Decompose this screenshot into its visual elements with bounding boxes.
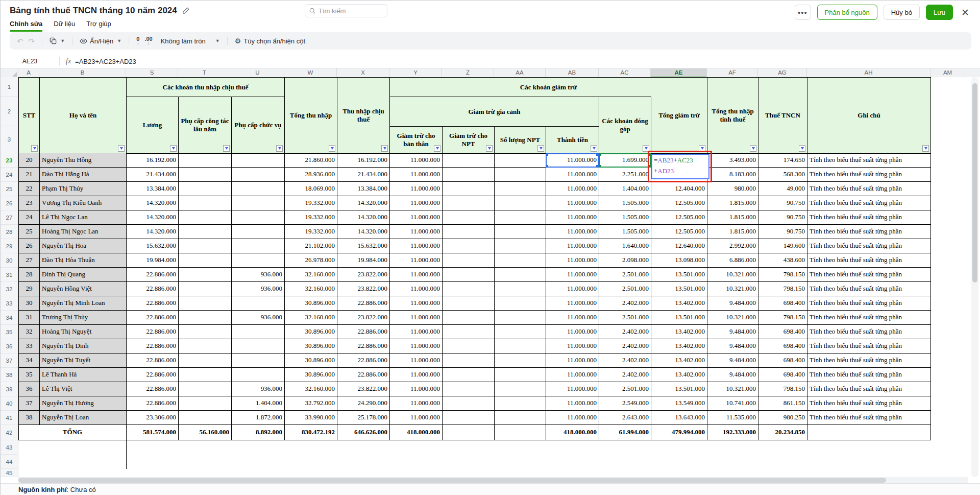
cell[interactable]: 11.000.000 [546, 325, 599, 339]
filter-dropdown-icon[interactable] [799, 145, 805, 152]
cell[interactable] [179, 282, 232, 296]
increase-decimal-icon[interactable]: .00↓ [144, 36, 152, 45]
cell[interactable]: 22.886.000 [127, 396, 179, 411]
header-dong-gop[interactable]: Các khoản đóng góp [599, 97, 651, 154]
cell[interactable]: 32.160.000 [285, 268, 337, 282]
cell[interactable]: Tính theo biểu thuế suất từng phần [807, 382, 931, 396]
cell[interactable]: 29 [19, 282, 40, 296]
cell[interactable] [179, 311, 232, 325]
cell[interactable] [232, 353, 285, 368]
cell[interactable]: Tính theo biểu thuế suất từng phần [807, 311, 931, 325]
cell[interactable]: 10.321.000 [707, 268, 758, 282]
cell[interactable] [443, 253, 495, 268]
cell[interactable]: 11.000.000 [546, 168, 599, 182]
cell[interactable]: 11.000.000 [546, 182, 599, 196]
cell-editor-AE23[interactable]: =AB23+AC23+AD23 [651, 154, 709, 179]
cell[interactable]: 11.000.000 [390, 182, 443, 196]
header-thue-tncn[interactable]: Thuế TNCN [758, 78, 807, 154]
hide-show-button[interactable]: Ẩn/Hiện ▼ [80, 37, 121, 45]
cell[interactable]: 9.484.000 [707, 368, 758, 382]
cell[interactable]: 798.150 [758, 268, 807, 282]
cell[interactable]: 19.332.000 [285, 225, 337, 239]
cell[interactable]: 13.402.000 [651, 325, 707, 339]
row-number-29[interactable]: 29 [1, 239, 18, 253]
cell[interactable]: Nguyễn Thị Hoa [40, 239, 127, 253]
cell[interactable] [443, 239, 495, 253]
header-thu-nhap-group[interactable]: Các khoản thu nhập chịu thuế [127, 78, 285, 97]
vertical-scrollbar-thumb[interactable] [972, 83, 977, 282]
cell[interactable]: 49.000 [758, 182, 807, 196]
cell[interactable] [179, 353, 232, 368]
column-letter-S[interactable]: S [126, 68, 178, 78]
cell[interactable]: 698.400 [758, 339, 807, 353]
cell[interactable]: 2.402.000 [599, 339, 651, 353]
row-number-32[interactable]: 32 [1, 282, 18, 296]
cell[interactable] [179, 396, 232, 411]
total-cell[interactable] [443, 425, 495, 440]
cell[interactable] [443, 210, 495, 225]
cell[interactable]: 936.000 [232, 268, 285, 282]
row-number-36[interactable]: 36 [1, 339, 18, 353]
filter-dropdown-icon[interactable] [591, 145, 597, 152]
cell[interactable] [495, 368, 546, 382]
cell[interactable]: 13.643.000 [651, 411, 707, 425]
cell[interactable]: 15.632.000 [337, 239, 390, 253]
cell[interactable]: Tính theo biểu thuế suất từng phần [807, 411, 931, 425]
cell[interactable]: 22.886.000 [337, 339, 390, 353]
row-number-28[interactable]: 28 [1, 225, 18, 239]
header-luong[interactable]: Lương [127, 97, 179, 154]
cell[interactable]: 22.886.000 [337, 325, 390, 339]
cell[interactable]: 13.384.000 [337, 182, 390, 196]
cell[interactable]: 22.886.000 [127, 282, 179, 296]
cell[interactable] [495, 339, 546, 353]
cell[interactable] [179, 168, 232, 182]
row-number-37[interactable]: 37 [1, 353, 18, 368]
cell[interactable]: Đào Thị Hòa Thuận [40, 253, 127, 268]
cell[interactable]: 11.000.000 [546, 368, 599, 382]
row-number-33[interactable]: 33 [1, 296, 18, 311]
cell[interactable]: 30.896.000 [285, 368, 337, 382]
cell[interactable]: 11.000.000 [546, 411, 599, 425]
save-button[interactable]: Lưu [926, 5, 953, 20]
cell[interactable]: 36 [19, 382, 40, 396]
cell[interactable] [232, 239, 285, 253]
total-cell[interactable]: 479.994.000 [651, 425, 707, 440]
cell[interactable]: 861.150 [758, 396, 807, 411]
cell[interactable]: Tính theo biểu thuế suất từng phần [807, 339, 931, 353]
cell[interactable]: Hoàng Thị Ngọc Lan [40, 225, 127, 239]
total-cell[interactable]: 581.574.000 [127, 425, 179, 440]
cell[interactable]: 1.815.000 [707, 196, 758, 210]
total-cell[interactable]: 646.626.000 [337, 425, 390, 440]
cell[interactable]: 14.320.000 [127, 196, 179, 210]
column-letter-AM[interactable]: AM [930, 68, 965, 78]
cell[interactable]: 90.750 [758, 196, 807, 210]
total-cell[interactable]: 418.000.000 [546, 425, 599, 440]
cell[interactable] [443, 396, 495, 411]
column-letter-AB[interactable]: AB [546, 68, 599, 78]
header-stt[interactable]: STT [19, 78, 40, 154]
cell[interactable]: 21 [19, 168, 40, 182]
cell[interactable]: 11.535.000 [707, 411, 758, 425]
header-so-luong-npt[interactable]: Số lượng NPT [495, 127, 546, 154]
column-letter-Y[interactable]: Y [389, 68, 442, 78]
cell[interactable]: Tính theo biểu thuế suất từng phần [807, 239, 931, 253]
cell[interactable]: 980.250 [758, 411, 807, 425]
cell[interactable] [232, 196, 285, 210]
cell[interactable]: 2.501.000 [599, 382, 651, 396]
cell[interactable]: 12.505.000 [651, 225, 707, 239]
cell[interactable]: Nguyễn Thị Hương [40, 396, 127, 411]
header-thanh-tien[interactable]: Thành tiền [546, 127, 599, 154]
cell[interactable]: 2.992.000 [707, 239, 758, 253]
cell[interactable]: 25.178.000 [337, 411, 390, 425]
cell[interactable]: 1.505.000 [599, 225, 651, 239]
tab-chinh-sua[interactable]: Chỉnh sửa [10, 20, 42, 32]
cell[interactable]: Đinh Thị Quang [40, 268, 127, 282]
header-thu-nhap-chiu-thue[interactable]: Thu nhập chịu thuế [337, 78, 390, 154]
cell[interactable] [495, 225, 546, 239]
cell[interactable]: 38 [19, 411, 40, 425]
cell[interactable]: 568.300 [758, 168, 807, 182]
filter-dropdown-icon[interactable] [276, 145, 283, 152]
cell[interactable]: 13.384.000 [127, 182, 179, 196]
cell[interactable]: 14.320.000 [337, 196, 390, 210]
cell[interactable]: 698.400 [758, 368, 807, 382]
